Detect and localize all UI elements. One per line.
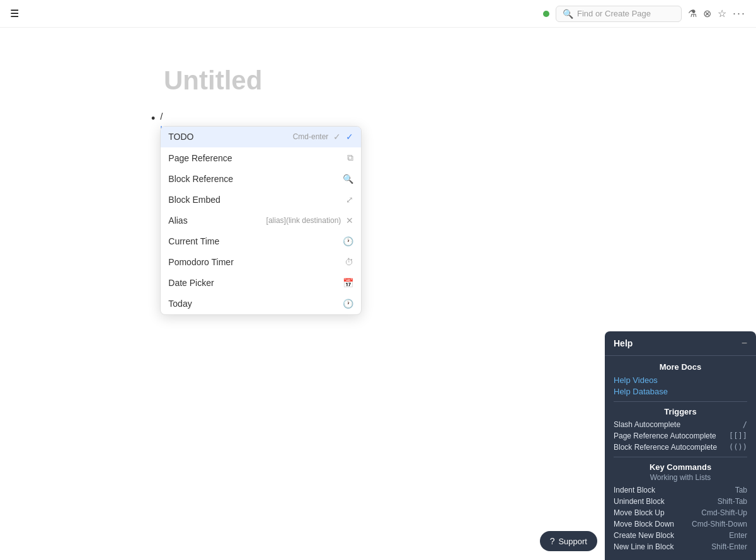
command-row: Move Block UpCmd-Shift-Up	[614, 508, 747, 517]
trigger-row: Page Reference Autocomplete[[]]	[614, 431, 747, 440]
dropdown-shortcut: [alias](link destination)	[266, 216, 341, 225]
help-body: More Docs Help VideosHelp Database Trigg…	[605, 356, 756, 560]
dropdown-item-label: Block Embed	[168, 195, 220, 205]
command-key: Cmd-Shift-Up	[701, 508, 747, 517]
dropdown-item-right: 🔍	[343, 174, 353, 184]
command-row: Move Block DownCmd-Shift-Down	[614, 520, 747, 529]
dropdown-item-icon: 🔍	[343, 174, 353, 184]
trigger-row: Block Reference Autocomplete(())	[614, 443, 747, 452]
dropdown-item-right: ⧉	[347, 152, 353, 163]
hamburger-menu[interactable]: ☰	[10, 8, 19, 20]
bookmark-icon[interactable]: ⊗	[703, 8, 711, 20]
command-label: Create New Block	[614, 531, 674, 540]
search-placeholder: Find or Create Page	[577, 9, 651, 18]
dropdown-item-icon: ⧉	[347, 152, 353, 163]
trigger-label: Block Reference Autocomplete	[614, 443, 717, 452]
help-commands: Indent BlockTabUnindent BlockShift-TabMo…	[614, 486, 747, 551]
slash-dropdown: TODOCmd-enter✓✓Page Reference⧉Block Refe…	[160, 126, 362, 315]
command-label: Indent Block	[614, 486, 655, 494]
dropdown-item-right: ⤢	[346, 195, 353, 205]
dropdown-item-right: Cmd-enter✓✓	[293, 132, 354, 142]
command-label: Move Block Down	[614, 520, 674, 529]
dropdown-item[interactable]: Block Embed⤢	[161, 190, 361, 210]
command-row: New Line in BlockShift-Enter	[614, 542, 747, 551]
dropdown-item-icon: ✕	[346, 215, 353, 226]
command-row: Indent BlockTab	[614, 486, 747, 494]
trigger-label: Slash Autocomplete	[614, 420, 680, 429]
command-label: New Line in Block	[614, 542, 673, 551]
dropdown-item[interactable]: Today🕐	[161, 294, 361, 314]
dropdown-item[interactable]: Page Reference⧉	[161, 147, 361, 169]
block-area: • / Un TODOCmd-enter✓✓Page Reference⧉Blo…	[113, 111, 756, 125]
command-key: Shift-Enter	[711, 542, 747, 551]
help-title: Help	[614, 338, 633, 348]
dropdown-item[interactable]: Pomodoro Timer⏱	[161, 252, 361, 273]
help-triggers: Slash Autocomplete/Page Reference Autoco…	[614, 420, 747, 452]
dropdown-item-icon: 🕐	[343, 299, 353, 309]
main-content: Untitled • / Un TODOCmd-enter✓✓Page Refe…	[0, 28, 756, 125]
command-label: Move Block Up	[614, 508, 665, 517]
dropdown-item[interactable]: Alias[alias](link destination)✕	[161, 210, 361, 231]
header: ☰ 🔍 Find or Create Page ⚗ ⊗ ☆ ···	[0, 0, 756, 28]
block-text: /	[160, 111, 163, 122]
dropdown-item[interactable]: TODOCmd-enter✓✓	[161, 127, 361, 147]
help-link[interactable]: Help Database	[614, 387, 747, 396]
page-title[interactable]: Untitled	[113, 66, 756, 96]
dropdown-item-label: Today	[168, 299, 192, 309]
trigger-key: [[]]	[729, 431, 747, 440]
support-button[interactable]: ? Support	[540, 531, 597, 551]
dropdown-item-right: 🕐	[343, 236, 353, 246]
help-link[interactable]: Help Videos	[614, 375, 747, 385]
help-panel: Help − More Docs Help VideosHelp Databas…	[605, 331, 756, 560]
command-key: Shift-Tab	[718, 497, 747, 506]
dropdown-item-label: Alias	[168, 215, 187, 226]
trigger-key: /	[743, 420, 747, 429]
dropdown-item-label: Current Time	[168, 236, 219, 246]
block-input[interactable]: / Un TODOCmd-enter✓✓Page Reference⧉Block…	[160, 111, 163, 122]
dropdown-item-label: Pomodoro Timer	[168, 257, 233, 267]
dropdown-item-right: 🕐	[343, 299, 353, 309]
dropdown-item[interactable]: Date Picker📅	[161, 273, 361, 294]
command-row: Unindent BlockShift-Tab	[614, 497, 747, 506]
dropdown-item-icon: 🕐	[343, 236, 353, 246]
dropdown-item-icon: ✓	[333, 132, 341, 142]
help-header: Help −	[605, 331, 756, 356]
check-icon: ✓	[346, 132, 353, 142]
support-label: Support	[558, 537, 587, 546]
dropdown-shortcut: Cmd-enter	[293, 132, 329, 141]
key-commands-subtitle: Working with Lists	[614, 473, 747, 482]
header-right: 🔍 Find or Create Page ⚗ ⊗ ☆ ···	[543, 6, 746, 22]
trigger-key: (())	[729, 443, 747, 452]
dropdown-item-label: Block Reference	[168, 174, 233, 184]
help-minimize-button[interactable]: −	[742, 338, 747, 349]
dropdown-item-right: 📅	[343, 278, 353, 288]
dropdown-item[interactable]: Block Reference🔍	[161, 169, 361, 190]
search-icon: 🔍	[563, 9, 573, 19]
more-icon[interactable]: ···	[733, 7, 746, 20]
dropdown-item-label: Page Reference	[168, 153, 232, 163]
star-icon[interactable]: ☆	[718, 8, 726, 20]
command-label: Unindent Block	[614, 497, 665, 506]
key-commands-title: Key Commands	[614, 462, 747, 472]
dropdown-item-right: [alias](link destination)✕	[266, 215, 354, 226]
dropdown-item-icon: ⤢	[346, 195, 353, 205]
command-key: Tab	[735, 486, 747, 494]
trigger-label: Page Reference Autocomplete	[614, 431, 716, 440]
filter-icon[interactable]: ⚗	[688, 8, 697, 20]
support-icon: ?	[550, 536, 555, 546]
command-key: Cmd-Shift-Down	[692, 520, 747, 529]
status-dot	[543, 11, 549, 17]
trigger-row: Slash Autocomplete/	[614, 420, 747, 429]
dropdown-item-label: TODO	[168, 132, 193, 142]
hamburger-icon[interactable]: ☰	[10, 8, 19, 19]
bullet-point: •	[151, 111, 155, 125]
dropdown-item-right: ⏱	[345, 257, 353, 267]
dropdown-item-icon: 📅	[343, 278, 353, 288]
command-row: Create New BlockEnter	[614, 531, 747, 540]
search-bar[interactable]: 🔍 Find or Create Page	[556, 6, 682, 22]
dropdown-item[interactable]: Current Time🕐	[161, 231, 361, 252]
dropdown-item-label: Date Picker	[168, 278, 214, 288]
dropdown-item-icon: ⏱	[345, 257, 353, 267]
triggers-title: Triggers	[614, 407, 747, 416]
command-key: Enter	[729, 531, 747, 540]
